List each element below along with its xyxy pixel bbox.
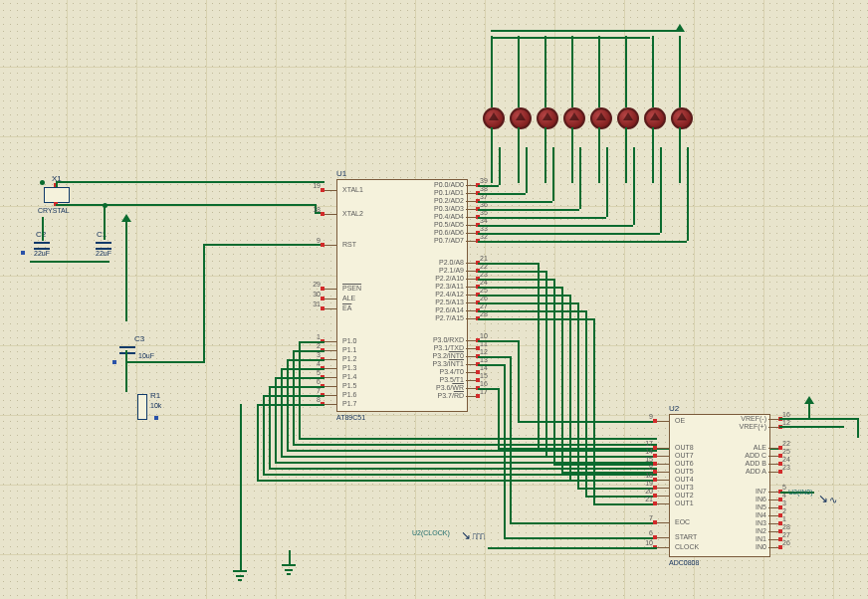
part-U2: ADC0808 — [669, 559, 699, 566]
ref-R1: R1 — [150, 391, 160, 400]
led-d2[interactable] — [510, 107, 532, 129]
led-d3[interactable] — [537, 107, 558, 129]
led-d6[interactable] — [617, 107, 639, 129]
wire — [857, 418, 859, 438]
wire — [203, 244, 205, 363]
led-d1[interactable] — [483, 107, 505, 129]
wire — [779, 426, 844, 428]
wire — [289, 550, 291, 564]
val-C3: 10uF — [138, 352, 154, 359]
wire — [491, 30, 680, 32]
wire — [42, 217, 44, 241]
ground-icon — [282, 564, 296, 574]
wire — [104, 204, 106, 240]
junction — [40, 180, 45, 185]
val-C1: 22uF — [96, 250, 111, 257]
cap-body[interactable] — [96, 242, 111, 250]
cap-body[interactable] — [34, 242, 50, 250]
net-endcap — [154, 416, 158, 420]
crystal-body[interactable] — [44, 187, 70, 203]
wire — [240, 550, 242, 570]
schematic-canvas[interactable]: X1 CRYSTAL C1 22uF C2 22uF C3 10uF R1 10… — [0, 0, 868, 599]
wire — [56, 181, 58, 187]
sig-clock-label: U2(CLOCK) — [412, 529, 450, 536]
power-arrow-icon — [804, 396, 814, 404]
net-endcap — [112, 360, 116, 364]
wire — [30, 261, 109, 263]
wire — [104, 204, 315, 206]
net-endcap — [21, 251, 25, 255]
junction — [103, 203, 108, 208]
led-d8[interactable] — [671, 107, 693, 129]
sine-source-icon[interactable]: ↘ — [818, 492, 828, 505]
sine-wave-icon: ∿ — [829, 495, 837, 505]
ref-U2: U2 — [669, 404, 679, 413]
led-d7[interactable] — [644, 107, 666, 129]
led-d5[interactable] — [590, 107, 612, 129]
ref-C3: C3 — [134, 334, 144, 343]
wire — [125, 350, 127, 392]
wire — [779, 418, 859, 420]
ref-U1: U1 — [336, 169, 346, 178]
wire — [56, 204, 106, 206]
wire — [808, 404, 810, 418]
power-arrow-icon — [675, 24, 685, 32]
wire — [125, 222, 127, 321]
wire — [125, 361, 205, 363]
resistor-body[interactable] — [137, 394, 147, 420]
ground-icon — [233, 570, 247, 580]
square-wave-icon: ⎍⎍⎍ — [472, 531, 484, 541]
part-U1: AT89C51 — [336, 414, 365, 421]
sig-in0-label: U2(IN0) — [788, 489, 813, 496]
val-X1: CRYSTAL — [38, 207, 70, 214]
power-arrow-icon — [121, 214, 131, 222]
wire — [203, 244, 321, 246]
cap-body[interactable] — [119, 346, 135, 354]
val-R1: 10k — [150, 402, 161, 409]
val-C2: 22uF — [34, 250, 50, 257]
wire — [56, 181, 325, 183]
led-d4[interactable] — [563, 107, 585, 129]
clock-source-icon[interactable]: ↘ — [461, 528, 471, 542]
